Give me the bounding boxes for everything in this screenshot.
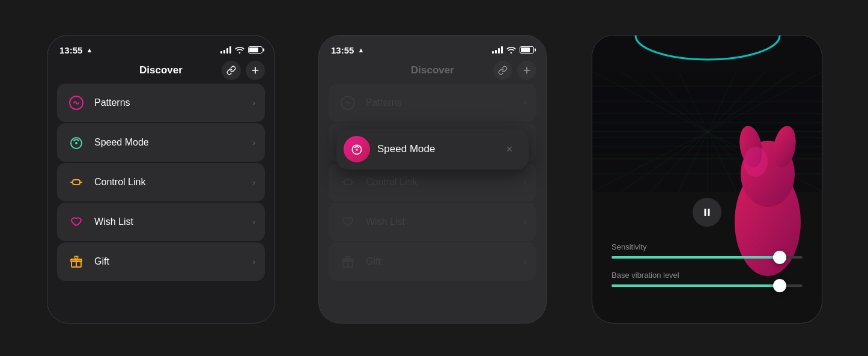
menu-label-patterns-1: Patterns [94,97,252,108]
svg-rect-16 [344,180,351,185]
controls-area: Sensitivity Base vibration level [592,242,822,299]
control-link-icon-2 [338,173,357,192]
gift-icon-2 [338,252,357,271]
menu-label-control-link-2: Control Link [366,177,524,188]
menu-list-1: Patterns › Speed Mode › C [47,84,275,281]
vibration-fill [612,284,780,287]
menu-item-gift-2[interactable]: Gift › [329,242,536,281]
vibration-slider-section: Base vibration level [612,271,803,287]
screen-2: 13:55 ▲ Discover [318,35,547,324]
vibration-track [612,284,803,287]
chevron-patterns-1: › [252,98,255,108]
screen-1: 13:55 ▲ Discover [47,35,275,324]
pause-button[interactable] [693,198,721,227]
nav-header-1: Discover [47,62,275,84]
sensitivity-track [612,256,803,259]
wifi-icon-1 [235,46,244,54]
menu-list-2: Patterns › Speed Mode › Control Lin [319,84,546,281]
sensitivity-thumb[interactable] [773,251,786,264]
wifi-icon-2 [506,46,516,54]
menu-item-gift-1[interactable]: Gift › [57,242,265,281]
patterns-icon-1 [67,93,86,112]
chevron-speed-1: › [252,138,255,147]
svg-point-4 [75,142,77,144]
menu-label-wish-list-2: Wish List [366,216,524,227]
menu-label-control-link-1: Control Link [94,177,252,188]
toast-icon [344,136,370,162]
page-title-2: Discover [411,64,454,76]
menu-label-speed-1: Speed Mode [94,137,252,148]
toast-label: Speed Mode [377,143,495,155]
svg-point-52 [744,147,768,177]
chevron-patterns-2: › [524,98,527,108]
vibration-label: Base vibration level [612,271,803,280]
status-icons-1 [220,46,263,54]
time-2: 13:55 ▲ [331,45,364,55]
svg-rect-5 [73,180,80,185]
toast-close-button[interactable]: × [502,142,517,156]
control-link-icon-1 [67,173,86,192]
nav-actions-2 [493,61,536,80]
menu-label-wish-list-1: Wish List [94,216,252,227]
menu-item-control-link-1[interactable]: Control Link › [57,163,265,201]
menu-item-wish-list-2[interactable]: Wish List › [329,203,536,241]
sensitivity-label: Sensitivity [612,242,803,251]
status-bar-2: 13:55 ▲ [319,35,546,62]
screen-3: Sensitivity Base vibration level [592,35,822,324]
menu-item-wish-list-1[interactable]: Wish List › [57,203,265,241]
menu-item-speed-1[interactable]: Speed Mode › [57,123,265,162]
menu-label-gift-2: Gift [366,256,524,267]
add-button-1[interactable] [246,61,265,80]
wish-list-icon-1 [67,212,86,232]
svg-point-12 [356,149,357,150]
menu-label-gift-1: Gift [94,256,252,267]
chevron-gift-1: › [252,257,255,266]
link-button-2[interactable] [493,61,512,80]
location-icon-1: ▲ [86,46,93,54]
chevron-wish-list-2: › [524,217,527,227]
chevron-control-link-1: › [252,177,255,187]
battery-icon-2 [520,46,534,54]
sensitivity-slider-section: Sensitivity [612,242,803,259]
chevron-wish-list-1: › [252,217,255,227]
sensitivity-fill [612,256,780,259]
status-icons-2 [492,46,534,54]
link-button-1[interactable] [222,61,241,80]
battery-icon-1 [248,46,263,54]
speed-mode-icon-1 [67,133,86,152]
chevron-control-link-2: › [524,177,527,187]
chevron-gift-2: › [524,257,527,266]
vibration-thumb[interactable] [773,279,786,292]
menu-label-patterns-2: Patterns [366,97,524,108]
menu-item-patterns-1[interactable]: Patterns › [57,84,265,122]
signal-bars-2 [492,46,503,54]
signal-bars-1 [220,46,231,54]
page-title-1: Discover [139,64,183,76]
gift-icon-1 [67,252,86,271]
menu-item-patterns-2[interactable]: Patterns › [329,84,536,122]
pause-button-area [693,198,721,241]
speed-mode-toast: Speed Mode × [336,129,529,170]
nav-header-2: Discover [319,62,546,84]
status-bar-1: 13:55 ▲ [47,35,275,62]
nav-actions-1 [222,61,265,80]
patterns-icon-2 [338,93,357,112]
location-icon-2: ▲ [357,46,364,54]
wish-list-icon-2 [338,212,357,232]
svg-rect-54 [708,209,710,216]
time-1: 13:55 ▲ [59,45,93,55]
svg-rect-53 [705,209,706,216]
add-button-2[interactable] [517,61,536,80]
